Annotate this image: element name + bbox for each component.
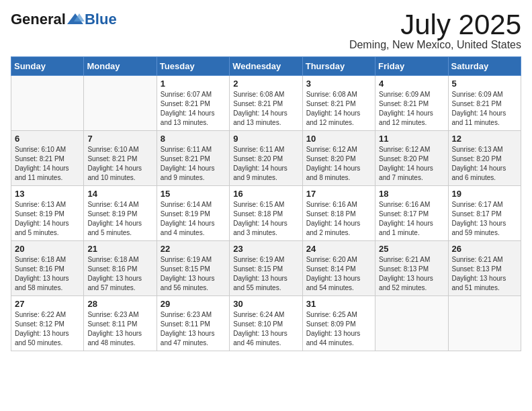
- calendar-cell: [84, 76, 157, 131]
- calendar-cell: 7Sunrise: 6:10 AM Sunset: 8:21 PM Daylig…: [84, 131, 157, 186]
- day-number: 22: [161, 244, 226, 254]
- day-number: 4: [379, 79, 444, 89]
- calendar-week-row-1: 6Sunrise: 6:10 AM Sunset: 8:21 PM Daylig…: [11, 131, 521, 186]
- logo-general-text: General: [11, 11, 66, 28]
- day-info: Sunrise: 6:08 AM Sunset: 8:21 PM Dayligh…: [233, 90, 298, 128]
- day-info: Sunrise: 6:22 AM Sunset: 8:12 PM Dayligh…: [15, 310, 80, 348]
- day-info: Sunrise: 6:14 AM Sunset: 8:19 PM Dayligh…: [161, 200, 226, 238]
- calendar-header-sunday: Sunday: [11, 57, 84, 76]
- page-header: General Blue July 2025 Deming, New Mexic…: [11, 11, 521, 51]
- calendar-cell: 21Sunrise: 6:18 AM Sunset: 8:16 PM Dayli…: [84, 241, 157, 296]
- day-number: 13: [15, 189, 80, 199]
- calendar-cell: 17Sunrise: 6:16 AM Sunset: 8:18 PM Dayli…: [302, 186, 375, 241]
- day-info: Sunrise: 6:17 AM Sunset: 8:17 PM Dayligh…: [452, 200, 517, 238]
- day-info: Sunrise: 6:18 AM Sunset: 8:16 PM Dayligh…: [87, 255, 152, 293]
- calendar-cell: 3Sunrise: 6:08 AM Sunset: 8:21 PM Daylig…: [302, 76, 375, 131]
- calendar-cell: 8Sunrise: 6:11 AM Sunset: 8:21 PM Daylig…: [157, 131, 229, 186]
- calendar-header-friday: Friday: [375, 57, 448, 76]
- calendar-header-monday: Monday: [84, 57, 157, 76]
- calendar-header-saturday: Saturday: [448, 57, 521, 76]
- logo-blue-text: Blue: [85, 11, 117, 28]
- title-block: July 2025 Deming, New Mexico, United Sta…: [349, 11, 521, 51]
- day-number: 17: [306, 189, 371, 199]
- day-number: 16: [233, 189, 298, 199]
- day-info: Sunrise: 6:19 AM Sunset: 8:15 PM Dayligh…: [161, 255, 226, 293]
- calendar-table: SundayMondayTuesdayWednesdayThursdayFrid…: [11, 56, 521, 351]
- calendar-header-wednesday: Wednesday: [230, 57, 302, 76]
- day-number: 25: [379, 244, 444, 254]
- calendar-week-row-4: 27Sunrise: 6:22 AM Sunset: 8:12 PM Dayli…: [11, 296, 521, 351]
- calendar-cell: 1Sunrise: 6:07 AM Sunset: 8:21 PM Daylig…: [157, 76, 229, 131]
- calendar-cell: 26Sunrise: 6:21 AM Sunset: 8:13 PM Dayli…: [448, 241, 521, 296]
- calendar-cell: 15Sunrise: 6:14 AM Sunset: 8:19 PM Dayli…: [157, 186, 229, 241]
- logo-icon: [66, 12, 85, 27]
- day-info: Sunrise: 6:14 AM Sunset: 8:19 PM Dayligh…: [87, 200, 152, 238]
- calendar-cell: 25Sunrise: 6:21 AM Sunset: 8:13 PM Dayli…: [375, 241, 448, 296]
- day-info: Sunrise: 6:16 AM Sunset: 8:17 PM Dayligh…: [379, 200, 444, 238]
- day-number: 14: [87, 189, 152, 199]
- calendar-cell: 12Sunrise: 6:13 AM Sunset: 8:20 PM Dayli…: [448, 131, 521, 186]
- calendar-cell: 13Sunrise: 6:13 AM Sunset: 8:19 PM Dayli…: [11, 186, 84, 241]
- calendar-header-row: SundayMondayTuesdayWednesdayThursdayFrid…: [11, 57, 521, 76]
- day-number: 9: [233, 134, 298, 144]
- day-number: 5: [452, 79, 517, 89]
- day-number: 18: [379, 189, 444, 199]
- day-info: Sunrise: 6:16 AM Sunset: 8:18 PM Dayligh…: [306, 200, 371, 238]
- calendar-cell: 19Sunrise: 6:17 AM Sunset: 8:17 PM Dayli…: [448, 186, 521, 241]
- calendar-cell: [11, 76, 84, 131]
- day-number: 3: [306, 79, 371, 89]
- day-info: Sunrise: 6:21 AM Sunset: 8:13 PM Dayligh…: [379, 255, 444, 293]
- day-info: Sunrise: 6:12 AM Sunset: 8:20 PM Dayligh…: [306, 145, 371, 183]
- month-title: July 2025: [349, 11, 521, 39]
- day-number: 6: [15, 134, 80, 144]
- day-info: Sunrise: 6:24 AM Sunset: 8:10 PM Dayligh…: [233, 310, 298, 348]
- day-info: Sunrise: 6:20 AM Sunset: 8:14 PM Dayligh…: [306, 255, 371, 293]
- calendar-cell: 18Sunrise: 6:16 AM Sunset: 8:17 PM Dayli…: [375, 186, 448, 241]
- calendar-week-row-2: 13Sunrise: 6:13 AM Sunset: 8:19 PM Dayli…: [11, 186, 521, 241]
- calendar-cell: 9Sunrise: 6:11 AM Sunset: 8:20 PM Daylig…: [230, 131, 302, 186]
- day-number: 7: [87, 134, 152, 144]
- calendar-cell: 6Sunrise: 6:10 AM Sunset: 8:21 PM Daylig…: [11, 131, 84, 186]
- day-number: 15: [161, 189, 226, 199]
- calendar-cell: 23Sunrise: 6:19 AM Sunset: 8:15 PM Dayli…: [230, 241, 302, 296]
- day-number: 29: [161, 299, 226, 309]
- calendar-cell: 30Sunrise: 6:24 AM Sunset: 8:10 PM Dayli…: [230, 296, 302, 351]
- calendar-cell: 14Sunrise: 6:14 AM Sunset: 8:19 PM Dayli…: [84, 186, 157, 241]
- day-info: Sunrise: 6:10 AM Sunset: 8:21 PM Dayligh…: [15, 145, 80, 183]
- day-info: Sunrise: 6:13 AM Sunset: 8:19 PM Dayligh…: [15, 200, 80, 238]
- calendar-cell: 11Sunrise: 6:12 AM Sunset: 8:20 PM Dayli…: [375, 131, 448, 186]
- calendar-cell: [375, 296, 448, 351]
- day-number: 24: [306, 244, 371, 254]
- calendar-cell: 10Sunrise: 6:12 AM Sunset: 8:20 PM Dayli…: [302, 131, 375, 186]
- day-number: 30: [233, 299, 298, 309]
- calendar-cell: [448, 296, 521, 351]
- day-number: 1: [161, 79, 226, 89]
- day-number: 26: [452, 244, 517, 254]
- location: Deming, New Mexico, United States: [349, 39, 521, 51]
- day-info: Sunrise: 6:09 AM Sunset: 8:21 PM Dayligh…: [379, 90, 444, 128]
- calendar-cell: 5Sunrise: 6:09 AM Sunset: 8:21 PM Daylig…: [448, 76, 521, 131]
- day-info: Sunrise: 6:23 AM Sunset: 8:11 PM Dayligh…: [161, 310, 226, 348]
- calendar-cell: 24Sunrise: 6:20 AM Sunset: 8:14 PM Dayli…: [302, 241, 375, 296]
- day-number: 20: [15, 244, 80, 254]
- calendar-header-thursday: Thursday: [302, 57, 375, 76]
- day-number: 21: [87, 244, 152, 254]
- day-info: Sunrise: 6:08 AM Sunset: 8:21 PM Dayligh…: [306, 90, 371, 128]
- day-info: Sunrise: 6:23 AM Sunset: 8:11 PM Dayligh…: [87, 310, 152, 348]
- day-number: 2: [233, 79, 298, 89]
- day-info: Sunrise: 6:21 AM Sunset: 8:13 PM Dayligh…: [452, 255, 517, 293]
- day-number: 31: [306, 299, 371, 309]
- day-info: Sunrise: 6:25 AM Sunset: 8:09 PM Dayligh…: [306, 310, 371, 348]
- day-number: 28: [87, 299, 152, 309]
- day-info: Sunrise: 6:12 AM Sunset: 8:20 PM Dayligh…: [379, 145, 444, 183]
- calendar-cell: 4Sunrise: 6:09 AM Sunset: 8:21 PM Daylig…: [375, 76, 448, 131]
- day-number: 23: [233, 244, 298, 254]
- day-info: Sunrise: 6:18 AM Sunset: 8:16 PM Dayligh…: [15, 255, 80, 293]
- day-info: Sunrise: 6:07 AM Sunset: 8:21 PM Dayligh…: [161, 90, 226, 128]
- calendar-cell: 29Sunrise: 6:23 AM Sunset: 8:11 PM Dayli…: [157, 296, 229, 351]
- day-info: Sunrise: 6:09 AM Sunset: 8:21 PM Dayligh…: [452, 90, 517, 128]
- calendar-cell: 16Sunrise: 6:15 AM Sunset: 8:18 PM Dayli…: [230, 186, 302, 241]
- calendar-header-tuesday: Tuesday: [157, 57, 229, 76]
- day-info: Sunrise: 6:13 AM Sunset: 8:20 PM Dayligh…: [452, 145, 517, 183]
- calendar-cell: 31Sunrise: 6:25 AM Sunset: 8:09 PM Dayli…: [302, 296, 375, 351]
